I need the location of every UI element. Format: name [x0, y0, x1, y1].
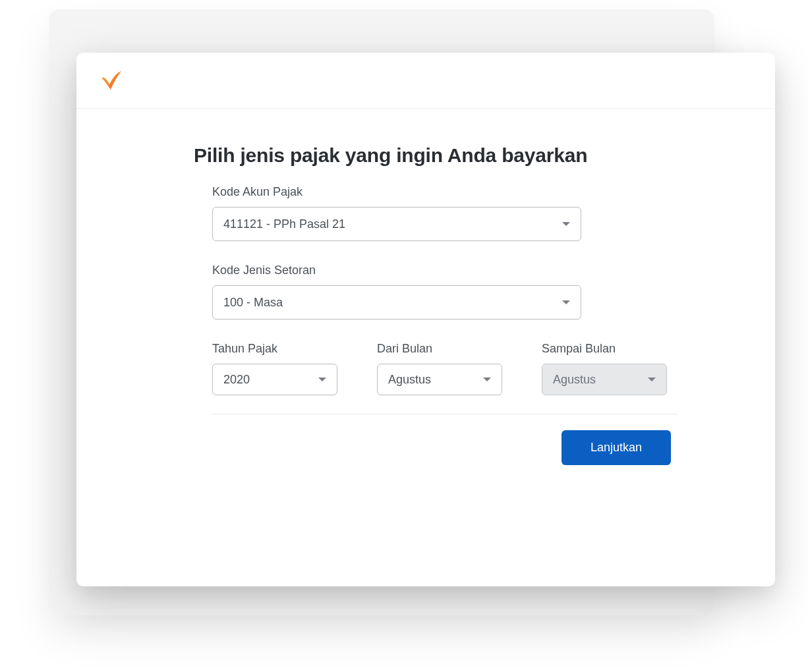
- select-value: 100 - Masa: [223, 296, 562, 310]
- select-value: 2020: [223, 373, 318, 387]
- logo-check-icon: [98, 67, 124, 94]
- chevron-down-icon: [648, 378, 656, 381]
- select-kode-akun-pajak[interactable]: 411121 - PPh Pasal 21: [212, 207, 581, 241]
- content-panel: Pilih jenis pajak yang ingin Anda bayark…: [88, 121, 763, 465]
- form-body: Kode Akun Pajak 411121 - PPh Pasal 21 Ko…: [194, 185, 678, 465]
- form-group-dari-bulan: Dari Bulan Agustus: [377, 342, 502, 395]
- select-sampai-bulan[interactable]: Agustus: [542, 364, 667, 395]
- label-kode-jenis-setoran: Kode Jenis Setoran: [212, 264, 678, 277]
- actions-bar: Lanjutkan: [212, 430, 678, 465]
- label-sampai-bulan: Sampai Bulan: [542, 342, 667, 356]
- form-group-kode-jenis-setoran: Kode Jenis Setoran 100 - Masa: [212, 264, 678, 320]
- select-value: Agustus: [388, 373, 483, 387]
- chevron-down-icon: [562, 300, 570, 304]
- select-tahun-pajak[interactable]: 2020: [212, 364, 337, 395]
- header-bar: [76, 53, 775, 109]
- main-card: Pilih jenis pajak yang ingin Anda bayark…: [76, 53, 775, 586]
- select-value: 411121 - PPh Pasal 21: [223, 217, 562, 231]
- label-tahun-pajak: Tahun Pajak: [212, 342, 337, 356]
- chevron-down-icon: [562, 222, 570, 226]
- form-group-tahun-pajak: Tahun Pajak 2020: [212, 342, 337, 395]
- form-group-kode-akun-pajak: Kode Akun Pajak 411121 - PPh Pasal 21: [212, 185, 678, 241]
- chevron-down-icon: [483, 378, 491, 381]
- page-title: Pilih jenis pajak yang ingin Anda bayark…: [194, 144, 678, 167]
- date-row: Tahun Pajak 2020 Dari Bulan Agustus: [212, 342, 678, 395]
- chevron-down-icon: [318, 378, 326, 381]
- select-value: Agustus: [553, 373, 648, 387]
- divider: [212, 414, 678, 414]
- continue-button[interactable]: Lanjutkan: [562, 430, 671, 465]
- form-group-sampai-bulan: Sampai Bulan Agustus: [542, 342, 667, 395]
- select-kode-jenis-setoran[interactable]: 100 - Masa: [212, 285, 581, 320]
- label-dari-bulan: Dari Bulan: [377, 342, 502, 356]
- label-kode-akun-pajak: Kode Akun Pajak: [212, 185, 678, 199]
- select-dari-bulan[interactable]: Agustus: [377, 364, 502, 395]
